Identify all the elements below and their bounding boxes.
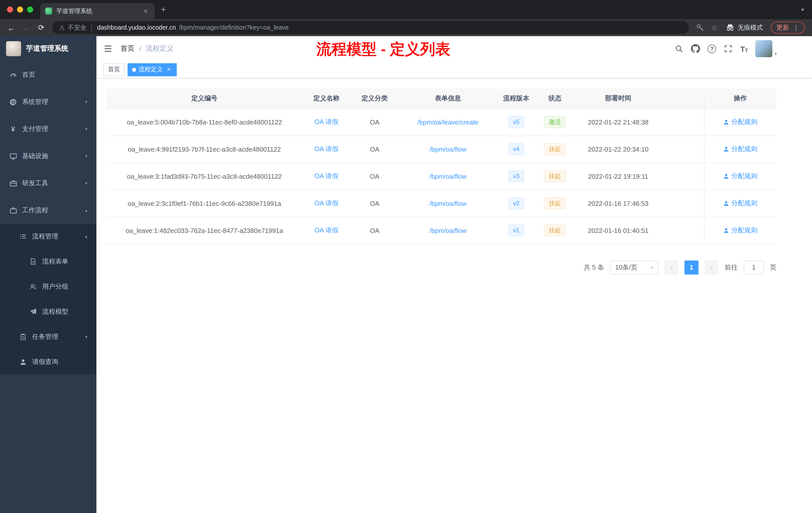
assign-rule-link[interactable]: 分配规则 [723, 172, 757, 181]
breadcrumb: 首页 / 流程定义 [120, 44, 174, 53]
assign-rule-label: 分配规则 [731, 145, 757, 154]
dashboard-icon [9, 71, 17, 79]
sidebar-item-label: 请假查询 [32, 357, 58, 366]
tag-close-icon[interactable]: × [165, 66, 172, 73]
column-definition-name: 定义名称 [302, 88, 350, 109]
sidebar-item-workflow[interactable]: 工作流程 ▴ [0, 197, 96, 224]
users-icon [29, 283, 37, 290]
incognito-label: 无痕模式 [738, 23, 763, 32]
sidebar-item-task-management[interactable]: 任务管理 ▾ [0, 324, 96, 350]
tag-label: 流程定义 [139, 65, 163, 74]
sidebar-item-payment-management[interactable]: ¥ 支付管理 ▾ [0, 116, 96, 143]
definition-name-link[interactable]: OA 请假 [314, 227, 338, 234]
url-bar[interactable]: ⚠ 不安全 dashboard.yudao.iocoder.cn /bpm/ma… [52, 21, 689, 34]
sidebar-item-label: 系统管理 [22, 97, 48, 107]
sidebar-item-process-management[interactable]: 流程管理 ▴ [0, 224, 96, 249]
cell-filler [662, 135, 704, 163]
github-icon[interactable] [691, 44, 700, 53]
browser-toolbar: ← → ⟳ ⚠ 不安全 dashboard.yudao.iocoder.cn /… [0, 19, 812, 36]
briefcase-icon [9, 207, 17, 214]
sidebar-item-leave-query[interactable]: 请假查询 [0, 350, 96, 374]
form-link[interactable]: /bpm/oa/flow [429, 173, 466, 180]
status-badge: 挂起 [544, 197, 566, 209]
current-page-button[interactable]: 1 [685, 260, 698, 274]
cell-deploy-time: 2022-01-16 01:40:51 [575, 217, 662, 244]
page-size-select[interactable]: 10条/页 ▾ [610, 260, 658, 274]
page-size-value: 10条/页 [615, 263, 637, 272]
browser-menu-icon[interactable]: ⋮ [793, 24, 800, 31]
cell-definition-id: oa_leave:4:991f2193-7b7f-11ec-a3c8-acde4… [107, 135, 302, 163]
tags-view: 首页 流程定义 × [96, 61, 812, 78]
sidebar-item-label: 流程表单 [42, 257, 68, 266]
definition-name-link[interactable]: OA 请假 [314, 199, 338, 207]
assign-rule-link[interactable]: 分配规则 [723, 145, 757, 154]
app-header: 首页 / 流程定义 流程模型 - 定义列表 ? [96, 36, 812, 61]
sidebar-menu: 首页 系统管理 ▾ ¥ 支付管理 ▾ [0, 61, 96, 374]
new-tab-button[interactable]: + [155, 4, 172, 15]
breadcrumb-current: 流程定义 [146, 44, 174, 53]
table-row: oa_leave:4:991f2193-7b7f-11ec-a3c8-acde4… [107, 135, 776, 163]
table-header-row: 定义编号 定义名称 定义分类 表单信息 流程版本 状态 部署时间 操作 [107, 88, 776, 109]
update-chrome-button[interactable]: 更新 ⋮ [771, 22, 805, 34]
status-badge: 挂起 [544, 224, 566, 236]
chevron-down-icon: ▾ [85, 99, 87, 104]
avatar[interactable] [755, 40, 773, 57]
update-label: 更新 [776, 23, 789, 32]
sidebar-item-infrastructure[interactable]: 基础设施 ▾ [0, 143, 96, 170]
sidebar-item-user-group[interactable]: 用户分组 [0, 274, 96, 299]
chevron-down-icon: ▾ [85, 154, 87, 159]
sidebar-item-process-form[interactable]: 流程表单 [0, 249, 96, 274]
tab-close-icon[interactable]: × [142, 7, 150, 15]
form-link[interactable]: /bpm/oa/leave/create [417, 118, 478, 126]
form-link[interactable]: /bpm/oa/flow [429, 200, 466, 207]
hamburger-icon[interactable] [104, 44, 113, 53]
page-unit-label: 页 [770, 263, 776, 272]
paper-plane-icon [29, 308, 37, 315]
sidebar-item-home[interactable]: 首页 [0, 61, 96, 88]
forward-button[interactable]: → [19, 21, 33, 35]
definition-name-link[interactable]: OA 请假 [314, 172, 338, 180]
breadcrumb-home[interactable]: 首页 [120, 44, 135, 53]
reload-button[interactable]: ⟳ [34, 21, 48, 35]
close-window-button[interactable] [7, 6, 13, 12]
definition-name-link[interactable]: OA 请假 [314, 145, 338, 153]
sidebar-item-system-management[interactable]: 系统管理 ▾ [0, 88, 96, 116]
assign-rule-link[interactable]: 分配规则 [723, 226, 757, 235]
app-logo: 芋道管理系统 [0, 36, 96, 61]
form-link[interactable]: /bpm/oa/flow [429, 227, 466, 234]
font-size-icon[interactable]: TT [740, 44, 748, 53]
back-button[interactable]: ← [4, 21, 18, 35]
column-definition-id: 定义编号 [107, 88, 302, 109]
tag-process-definition[interactable]: 流程定义 × [127, 63, 177, 76]
search-icon[interactable] [675, 44, 684, 53]
cell-filler [662, 109, 704, 135]
tab-search-chevron-icon[interactable]: ▾ [793, 6, 812, 13]
fullscreen-icon[interactable] [724, 44, 733, 53]
definition-table: 定义编号 定义名称 定义分类 表单信息 流程版本 状态 部署时间 操作 [107, 88, 776, 244]
user-avatar-menu[interactable]: ▾ [755, 40, 777, 57]
sidebar-item-process-model[interactable]: 流程模型 [0, 299, 96, 324]
password-key-icon[interactable] [693, 24, 707, 32]
column-definition-category: 定义分类 [350, 88, 399, 109]
assign-rule-link[interactable]: 分配规则 [723, 199, 757, 208]
zoom-window-button[interactable] [27, 6, 33, 12]
assign-rule-link[interactable]: 分配规则 [723, 117, 757, 126]
prev-page-button[interactable]: ‹ [664, 260, 678, 274]
column-deploy-time: 部署时间 [575, 88, 662, 109]
goto-page-input[interactable] [744, 260, 764, 274]
avatar-caret-icon: ▾ [775, 51, 777, 57]
tag-label: 首页 [108, 65, 120, 74]
security-label[interactable]: 不安全 [68, 23, 87, 32]
sidebar-item-dev-tools[interactable]: 研发工具 ▾ [0, 170, 96, 197]
minimize-window-button[interactable] [17, 6, 23, 12]
chevron-up-icon: ▴ [85, 234, 87, 239]
toolbox-icon [9, 179, 17, 187]
definition-name-link[interactable]: OA 请假 [314, 118, 338, 125]
bookmark-star-icon[interactable]: ☆ [708, 23, 721, 32]
help-icon[interactable]: ? [707, 44, 716, 53]
column-filler [662, 88, 704, 109]
form-link[interactable]: /bpm/oa/flow [429, 145, 466, 153]
tag-home[interactable]: 首页 [104, 63, 124, 76]
next-page-button[interactable]: › [704, 260, 719, 274]
browser-tab[interactable]: 芋道管理系统 × [40, 3, 155, 19]
